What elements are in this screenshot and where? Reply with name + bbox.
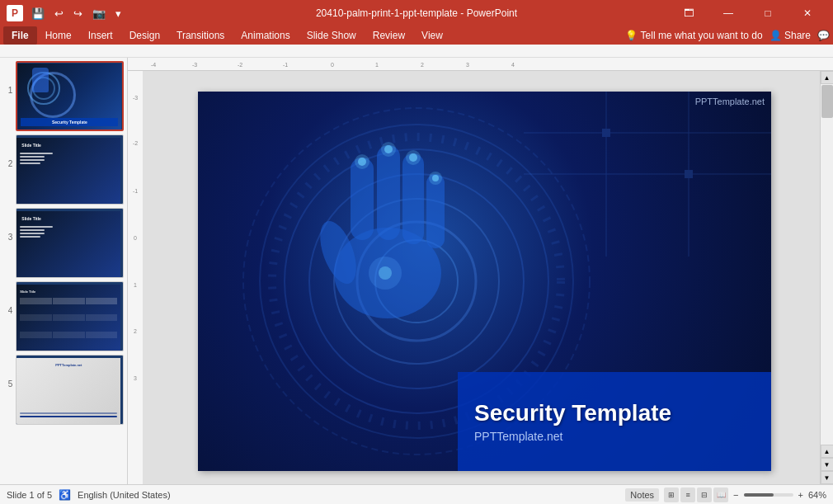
save-button[interactable]: 💾 [28, 6, 48, 21]
window-controls: 🗔 — □ ✕ [670, 0, 826, 26]
slide-thumb-5[interactable]: PPTTemplate.net [16, 355, 124, 425]
zoom-slider[interactable] [744, 493, 793, 497]
slide-thumb-3[interactable]: Slide Title [16, 208, 124, 278]
scroll-up-button[interactable]: ▲ [821, 71, 834, 84]
slide-sorter-button[interactable]: ⊟ [697, 488, 712, 502]
slide-thumb-1[interactable]: Security Template [16, 61, 124, 131]
svg-point-35 [381, 142, 396, 157]
undo-button[interactable]: ↩ [51, 6, 67, 21]
minus-zoom-button[interactable]: − [733, 490, 738, 500]
slide-number-1: 1 [3, 61, 12, 95]
slide-thumb-wrapper-4: 4 Slide Title [3, 281, 124, 351]
tell-me-label: Tell me what you want to do [641, 30, 763, 41]
normal-view-button[interactable]: ⊞ [664, 488, 679, 502]
zoom-fill [744, 493, 774, 497]
menu-review[interactable]: Review [365, 26, 413, 45]
close-button[interactable]: ✕ [788, 0, 826, 26]
slide-thumb-1-preview: Security Template [17, 64, 121, 130]
status-left: Slide 1 of 5 ♿ English (United States) [7, 489, 171, 501]
svg-rect-31 [426, 174, 445, 248]
slide-thumb-3-preview: Slide Title [16, 211, 120, 277]
share-label: Share [784, 30, 811, 41]
screenshot-button[interactable]: 📷 [89, 6, 109, 21]
dropdown-arrow[interactable]: ▾ [112, 6, 125, 21]
comments-button[interactable]: 💬 [817, 30, 830, 41]
slide-thumb-4-preview: Slide Title [16, 285, 120, 351]
reading-view-button[interactable]: 📖 [713, 488, 728, 502]
menu-file[interactable]: File [3, 26, 37, 45]
svg-point-37 [406, 150, 421, 165]
slide-thumb-wrapper-2: 2 Slide Title [3, 134, 124, 205]
scrollbar-right[interactable]: ▲ ▲ ▼ ▼ [820, 71, 833, 484]
zoom-level[interactable]: 64% [808, 490, 826, 500]
view-buttons: ⊞ ≡ ⊟ 📖 [664, 488, 728, 502]
plus-zoom-button[interactable]: + [798, 490, 803, 500]
slide-3-lines [20, 218, 53, 238]
scroll-page-up-button[interactable]: ▲ [821, 445, 834, 458]
menu-transitions[interactable]: Transitions [168, 26, 233, 45]
scroll-down-button[interactable]: ▼ [821, 471, 834, 484]
scroll-page-down-button[interactable]: ▼ [821, 458, 834, 471]
restore-down-button[interactable]: 🗔 [670, 0, 708, 26]
menu-animations[interactable]: Animations [233, 26, 298, 45]
title-bar: P 💾 ↩ ↪ 📷 ▾ 20410-palm-print-1-ppt-templ… [0, 0, 833, 26]
ribbon-content [0, 45, 833, 58]
slide-thumb-4[interactable]: Slide Title [16, 281, 124, 351]
svg-text:3: 3 [134, 375, 137, 381]
slide-main-subtitle: PPTTemplate.net [474, 430, 755, 443]
minimize-button[interactable]: — [709, 0, 747, 26]
menu-home[interactable]: Home [37, 26, 80, 45]
ruler-top: -4 -3 -2 -1 0 1 2 3 4 [128, 58, 833, 71]
tell-me[interactable]: 💡 Tell me what you want to do [625, 30, 763, 41]
menu-view[interactable]: View [413, 26, 451, 45]
scroll-thumb[interactable] [821, 85, 833, 118]
svg-rect-28 [351, 158, 374, 240]
svg-rect-0 [143, 58, 833, 71]
svg-text:0: 0 [134, 235, 137, 241]
slide-number-2: 2 [3, 134, 12, 168]
svg-text:-2: -2 [238, 62, 242, 68]
slide-count: Slide 1 of 5 [7, 490, 52, 500]
slide-canvas[interactable]: PPTTemplate.net Security Template PPTTem… [198, 92, 771, 471]
slide-thumb-2[interactable]: Slide Title [16, 134, 124, 205]
outline-view-button[interactable]: ≡ [680, 488, 695, 502]
menu-design[interactable]: Design [121, 26, 168, 45]
redo-button[interactable]: ↪ [70, 6, 86, 21]
svg-text:2: 2 [134, 328, 137, 334]
ribbon-right: 💡 Tell me what you want to do 👤 Share 💬 [625, 30, 830, 41]
slide-1-thumb-title: Security Template [21, 118, 118, 126]
maximize-button[interactable]: □ [749, 0, 787, 26]
svg-text:2: 2 [421, 62, 424, 68]
lightbulb-icon: 💡 [625, 30, 638, 41]
svg-text:-1: -1 [283, 62, 288, 68]
main-layout: 1 Security Template 2 Slide Title [0, 58, 833, 484]
slide-thumb-5-preview: PPTTemplate.net [16, 358, 120, 424]
menu-slideshow[interactable]: Slide Show [299, 26, 365, 45]
status-bar: Slide 1 of 5 ♿ English (United States) N… [0, 484, 833, 504]
share-button[interactable]: 👤 Share [769, 30, 811, 41]
scroll-track[interactable] [821, 84, 833, 445]
slide-thumb-wrapper-3: 3 Slide Title [3, 208, 124, 278]
notes-button[interactable]: Notes [625, 488, 659, 502]
svg-text:-2: -2 [132, 140, 137, 146]
language: English (United States) [78, 490, 171, 500]
slide-number-3: 3 [3, 208, 12, 242]
slide-panel[interactable]: 1 Security Template 2 Slide Title [0, 58, 128, 484]
ribbon-menu: File Home Insert Design Transitions Anim… [0, 26, 833, 45]
slide-thumb-wrapper-5: 5 PPTTemplate.net [3, 355, 124, 425]
svg-point-33 [355, 154, 369, 169]
svg-point-39 [429, 172, 442, 185]
slide-main-title: Security Template [474, 400, 755, 426]
svg-rect-29 [377, 145, 400, 240]
hand-svg [305, 108, 470, 323]
svg-text:3: 3 [466, 62, 469, 68]
app-icon: P [7, 5, 23, 21]
slide-thumb-2-preview: Slide Title [16, 138, 120, 204]
svg-text:-3: -3 [192, 62, 197, 68]
slide-number-5: 5 [3, 355, 12, 389]
status-right: Notes ⊞ ≡ ⊟ 📖 − + 64% [625, 488, 826, 502]
circuit-lines [524, 92, 771, 257]
menu-insert[interactable]: Insert [80, 26, 121, 45]
svg-text:-1: -1 [132, 188, 137, 194]
svg-rect-47 [685, 170, 693, 178]
